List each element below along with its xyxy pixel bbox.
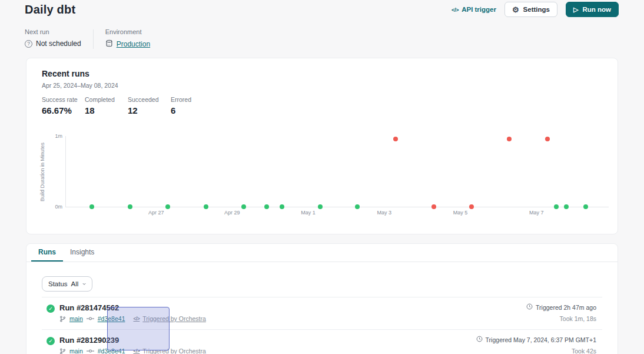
- runs-card: Runs Insights Status All ✓ Run #28147456…: [26, 243, 618, 354]
- code-icon: </>: [133, 316, 140, 322]
- run-dot-errored[interactable]: [545, 137, 550, 141]
- status-filter-label: Status: [48, 280, 68, 287]
- run-took: Took 42s: [476, 348, 596, 354]
- tab-insights[interactable]: Insights: [63, 244, 101, 262]
- page-title: Daily dbt: [25, 3, 75, 16]
- stat-success-rate: Success rate 66.67%: [42, 96, 84, 115]
- api-trigger-label: API trigger: [462, 6, 496, 13]
- recent-runs-title: Recent runs: [42, 69, 89, 78]
- commit-link[interactable]: #d3e8e41: [98, 315, 125, 322]
- job-page: Daily dbt </> API trigger ⚙ Settings ▷ R…: [0, 0, 644, 354]
- tab-runs[interactable]: Runs: [31, 244, 63, 262]
- top-bar: Daily dbt </> API trigger ⚙ Settings ▷ R…: [25, 1, 619, 18]
- stat-errored: Errored 6: [171, 96, 213, 115]
- run-now-label: Run now: [582, 6, 611, 13]
- stat-label: Completed: [85, 96, 127, 103]
- run-dot-errored[interactable]: [393, 137, 398, 141]
- run-row-right: Triggered 2h 47m ago Took 1m, 18s: [526, 303, 596, 322]
- run-dot-errored[interactable]: [431, 204, 436, 209]
- stats-row: Success rate 66.67% Completed 18 Succeed…: [42, 96, 214, 115]
- run-dot-succeeded[interactable]: [241, 204, 246, 209]
- run-title-link[interactable]: Run #281474562: [59, 303, 206, 312]
- run-dot-succeeded[interactable]: [165, 204, 170, 209]
- run-triggered: Triggered May 7, 2024, 6:37 PM GMT+1: [476, 336, 596, 343]
- trigger-source-link[interactable]: </> Triggered by Orchestra: [133, 348, 205, 354]
- settings-label: Settings: [523, 6, 550, 13]
- next-run-label: Next run: [25, 28, 81, 35]
- run-row[interactable]: ✓ Run #281290239 main: [42, 330, 602, 354]
- trigger-source-link[interactable]: </> Triggered by Orchestra: [133, 315, 205, 322]
- job-meta: Next run ? Not scheduled Environment Pro…: [25, 28, 150, 49]
- run-row-left: ✓ Run #281474562 main: [47, 303, 206, 322]
- stat-value: 66.67%: [42, 105, 84, 115]
- chart-y-axis-label: Build Duration in Minutes: [39, 136, 47, 207]
- branch-link[interactable]: main: [69, 315, 83, 322]
- commit-icon: [87, 316, 94, 322]
- clock-icon: [526, 303, 533, 311]
- stat-succeeded: Succeeded 12: [128, 96, 170, 115]
- run-dot-succeeded[interactable]: [583, 204, 588, 209]
- run-list: ✓ Run #281474562 main: [42, 297, 602, 354]
- next-run-text: Not scheduled: [36, 39, 81, 48]
- recent-runs-card: Recent runs Apr 25, 2024–May 08, 2024 Su…: [26, 58, 618, 234]
- run-row-left: ✓ Run #281290239 main: [47, 336, 206, 354]
- success-check-icon: ✓: [47, 337, 55, 345]
- run-now-button[interactable]: ▷ Run now: [566, 2, 619, 17]
- environment-value: Production: [105, 39, 150, 49]
- next-run-value: ? Not scheduled: [25, 39, 81, 48]
- stat-label: Errored: [171, 96, 213, 103]
- stat-completed: Completed 18: [85, 96, 127, 115]
- run-dot-succeeded[interactable]: [318, 204, 323, 209]
- status-filter-dropdown[interactable]: Status All: [42, 276, 92, 292]
- run-dot-succeeded[interactable]: [128, 204, 132, 209]
- git-branch-icon: [59, 316, 66, 322]
- run-dot-succeeded[interactable]: [564, 204, 569, 209]
- x-tick: May 1: [301, 210, 316, 216]
- stat-label: Success rate: [42, 96, 84, 103]
- run-dot-succeeded[interactable]: [89, 204, 94, 209]
- clock-icon: [476, 336, 483, 343]
- x-tick: Apr 27: [148, 210, 164, 216]
- stat-value: 6: [171, 105, 213, 115]
- run-dot-succeeded[interactable]: [554, 204, 559, 209]
- environment-block: Environment Production: [105, 28, 150, 49]
- run-dot-errored[interactable]: [469, 204, 474, 209]
- code-icon: </>: [452, 6, 459, 13]
- next-run-block: Next run ? Not scheduled: [25, 28, 81, 49]
- run-triggered-text: Triggered 2h 47m ago: [536, 304, 596, 311]
- git-branch-icon: [59, 348, 66, 354]
- settings-button[interactable]: ⚙ Settings: [504, 2, 557, 17]
- branch-link[interactable]: main: [69, 348, 83, 354]
- run-row[interactable]: ✓ Run #281474562 main: [42, 297, 602, 330]
- meta-divider: [93, 29, 94, 49]
- chart-plot: 1m 0m Apr 27Apr 29May 1May 3May 5May 7: [65, 136, 609, 207]
- api-trigger-link[interactable]: </> API trigger: [452, 6, 496, 13]
- database-icon: [105, 39, 113, 49]
- commit-link[interactable]: #d3e8e41: [98, 348, 125, 354]
- x-tick: Apr 29: [224, 210, 240, 216]
- y-tick-1m: 1m: [55, 133, 62, 139]
- play-icon: ▷: [573, 6, 578, 13]
- environment-label: Environment: [105, 28, 150, 35]
- y-tick-0m: 0m: [55, 204, 62, 210]
- stat-value: 12: [128, 105, 170, 115]
- stat-label: Succeeded: [128, 96, 170, 103]
- run-dot-succeeded[interactable]: [280, 204, 284, 209]
- environment-link[interactable]: Production: [117, 40, 150, 48]
- tab-bar: Runs Insights: [26, 244, 618, 262]
- question-circle-icon: ?: [25, 40, 32, 48]
- run-dot-errored[interactable]: [507, 137, 512, 141]
- run-sub-row: main #d3e8e41 </> Triggered by Orchestra: [59, 348, 206, 354]
- gear-icon: ⚙: [512, 6, 519, 14]
- run-dot-succeeded[interactable]: [264, 204, 269, 209]
- run-triggered-text: Triggered May 7, 2024, 6:37 PM GMT+1: [486, 336, 596, 343]
- trigger-source-label: Triggered by Orchestra: [142, 315, 206, 322]
- run-dot-succeeded[interactable]: [355, 204, 360, 209]
- run-dot-succeeded[interactable]: [204, 204, 208, 209]
- run-title-link[interactable]: Run #281290239: [59, 336, 206, 345]
- commit-icon: [87, 348, 94, 354]
- code-icon: </>: [133, 348, 140, 354]
- x-tick: May 3: [377, 210, 391, 216]
- recent-runs-date-range: Apr 25, 2024–May 08, 2024: [42, 82, 118, 89]
- status-filter-value: All: [71, 280, 79, 287]
